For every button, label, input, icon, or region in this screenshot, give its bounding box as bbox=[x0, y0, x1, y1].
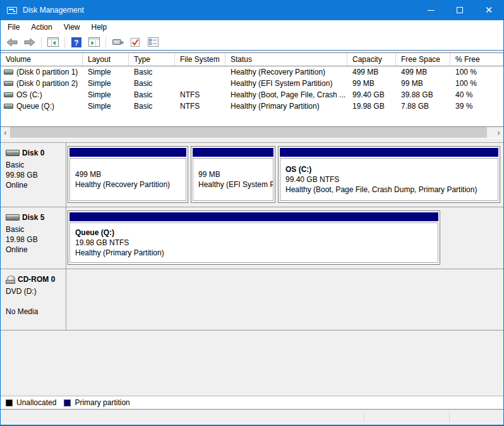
help-button[interactable]: ? bbox=[69, 35, 84, 49]
column-header-file-system[interactable]: File System bbox=[175, 53, 225, 66]
back-button[interactable] bbox=[4, 35, 20, 49]
cdrom0-label-cell[interactable]: CD-ROM 0 DVD (D:) No Media bbox=[1, 269, 66, 330]
scroll-right-arrow[interactable]: › bbox=[494, 127, 503, 138]
scrollbar-track[interactable] bbox=[487, 127, 494, 138]
disk-management-window: Disk Management ✕ File Action View Help bbox=[0, 0, 504, 426]
show-action-pane-button[interactable] bbox=[87, 35, 102, 49]
partition-color-bar bbox=[193, 148, 273, 157]
partition-title: Queue (Q:) bbox=[75, 228, 433, 238]
cell-capacity: 499 MB bbox=[347, 66, 396, 78]
partition-os-c[interactable]: OS (C:) 99.40 GB NTFS Healthy (Boot, Pag… bbox=[278, 146, 500, 203]
legend-item-primary-partition: Primary partition bbox=[64, 398, 129, 407]
minimize-icon bbox=[428, 10, 435, 11]
pane-splitter[interactable] bbox=[1, 138, 503, 143]
scrollbar-thumb[interactable] bbox=[10, 127, 487, 138]
table-row[interactable]: Queue (Q:) Simple Basic NTFS Healthy (Pr… bbox=[1, 100, 503, 112]
column-header-pct-free[interactable]: % Free bbox=[450, 53, 503, 66]
partition-status: Healthy (EFI System Par bbox=[198, 180, 268, 190]
hard-disk-icon bbox=[6, 150, 20, 156]
cell-pct-free: 100 % bbox=[450, 66, 503, 78]
table-row[interactable]: (Disk 0 partition 2) Simple Basic Health… bbox=[1, 78, 503, 89]
toolbar-separator bbox=[105, 37, 106, 48]
partition-queue-q[interactable]: Queue (Q:) 19.98 GB NTFS Healthy (Primar… bbox=[68, 210, 440, 265]
toolbar-separator bbox=[41, 37, 42, 48]
cell-layout: Simple bbox=[83, 78, 129, 89]
scroll-left-arrow[interactable]: ‹ bbox=[1, 127, 10, 138]
partition-color-bar bbox=[280, 148, 498, 157]
disk-name: CD-ROM 0 bbox=[18, 275, 55, 284]
column-header-volume[interactable]: Volume bbox=[1, 53, 83, 66]
cell-capacity: 19.98 GB bbox=[347, 100, 396, 112]
cell-capacity: 99 MB bbox=[347, 78, 396, 89]
cell-status: Healthy (Recovery Partition) bbox=[225, 66, 347, 78]
menu-help[interactable]: Help bbox=[86, 20, 113, 34]
cell-pct-free: 100 % bbox=[450, 78, 503, 89]
cell-free-space: 39.88 GB bbox=[396, 89, 450, 100]
column-header-layout[interactable]: Layout bbox=[83, 53, 129, 66]
disk-name: Disk 5 bbox=[22, 213, 44, 222]
cell-pct-free: 39 % bbox=[450, 100, 503, 112]
statusbar-divider bbox=[449, 413, 450, 422]
cell-file-system: NTFS bbox=[175, 100, 225, 112]
minimize-button[interactable] bbox=[416, 0, 445, 20]
menu-action[interactable]: Action bbox=[25, 20, 57, 34]
table-row[interactable]: OS (C:) Simple Basic NTFS Healthy (Boot,… bbox=[1, 89, 503, 100]
volume-icon bbox=[4, 92, 13, 97]
legend-item-unallocated: Unallocated bbox=[6, 398, 56, 407]
disk-type: Basic bbox=[6, 224, 63, 234]
forward-button[interactable] bbox=[22, 35, 37, 49]
forward-icon bbox=[24, 38, 35, 47]
cell-layout: Simple bbox=[83, 66, 129, 78]
window-title: Disk Management bbox=[23, 6, 84, 15]
partition-size: 99.40 GB NTFS bbox=[285, 174, 493, 185]
partition-recovery[interactable]: 499 MB Healthy (Recovery Partition) bbox=[68, 146, 188, 203]
cell-pct-free: 40 % bbox=[450, 89, 503, 100]
hard-disk-icon bbox=[6, 214, 20, 221]
partition-efi[interactable]: 99 MB Healthy (EFI System Par bbox=[191, 146, 275, 203]
disk0-label-cell[interactable]: Disk 0 Basic 99.98 GB Online bbox=[1, 143, 66, 207]
column-header-free-space[interactable]: Free Space bbox=[396, 53, 450, 66]
show-console-tree-button[interactable] bbox=[45, 35, 61, 49]
maximize-icon bbox=[457, 7, 463, 13]
disk-status: Online bbox=[6, 180, 63, 190]
partition-size: 99 MB bbox=[198, 169, 268, 180]
maximize-button[interactable] bbox=[445, 0, 474, 20]
partition-color-bar bbox=[69, 148, 186, 157]
properties-button[interactable] bbox=[145, 35, 160, 49]
disk5-label-cell[interactable]: Disk 5 Basic 19.98 GB Online bbox=[1, 207, 66, 269]
partition-size: 499 MB bbox=[75, 169, 181, 180]
validate-button[interactable] bbox=[128, 35, 143, 49]
spacer-line bbox=[6, 296, 63, 307]
cell-file-system bbox=[175, 66, 225, 78]
checkmark-page-icon bbox=[130, 37, 140, 47]
column-header-capacity[interactable]: Capacity bbox=[347, 53, 396, 66]
disk-size: 19.98 GB bbox=[6, 234, 63, 245]
cell-file-system: NTFS bbox=[175, 89, 225, 100]
column-header-status[interactable]: Status bbox=[225, 53, 347, 66]
close-button[interactable]: ✕ bbox=[474, 0, 503, 20]
disk-status: Online bbox=[6, 245, 63, 255]
horizontal-scrollbar[interactable]: ‹ › bbox=[1, 127, 503, 138]
cell-capacity: 99.40 GB bbox=[347, 89, 396, 100]
disk-console-button[interactable] bbox=[110, 35, 125, 49]
graphical-view-filler bbox=[1, 331, 503, 396]
cell-free-space: 499 MB bbox=[396, 66, 450, 78]
cell-type: Basic bbox=[129, 78, 175, 89]
cell-status: Healthy (Boot, Page File, Crash ... bbox=[225, 89, 347, 100]
cell-file-system bbox=[175, 78, 225, 89]
cell-layout: Simple bbox=[83, 100, 129, 112]
close-icon: ✕ bbox=[485, 6, 493, 15]
disk-media-status: No Media bbox=[6, 307, 63, 317]
unallocated-swatch bbox=[6, 399, 13, 406]
partition-title: OS (C:) bbox=[285, 164, 493, 174]
volume-icon bbox=[4, 104, 13, 109]
column-header-type[interactable]: Type bbox=[129, 53, 175, 66]
disk-console-icon bbox=[112, 38, 124, 47]
menu-view[interactable]: View bbox=[58, 20, 86, 34]
table-row[interactable]: (Disk 0 partition 1) Simple Basic Health… bbox=[1, 66, 503, 78]
legend-label: Unallocated bbox=[16, 398, 56, 407]
primary-partition-swatch bbox=[64, 399, 71, 406]
menu-file[interactable]: File bbox=[2, 20, 25, 34]
cell-status: Healthy (Primary Partition) bbox=[225, 100, 347, 112]
volume-icon bbox=[4, 81, 13, 86]
